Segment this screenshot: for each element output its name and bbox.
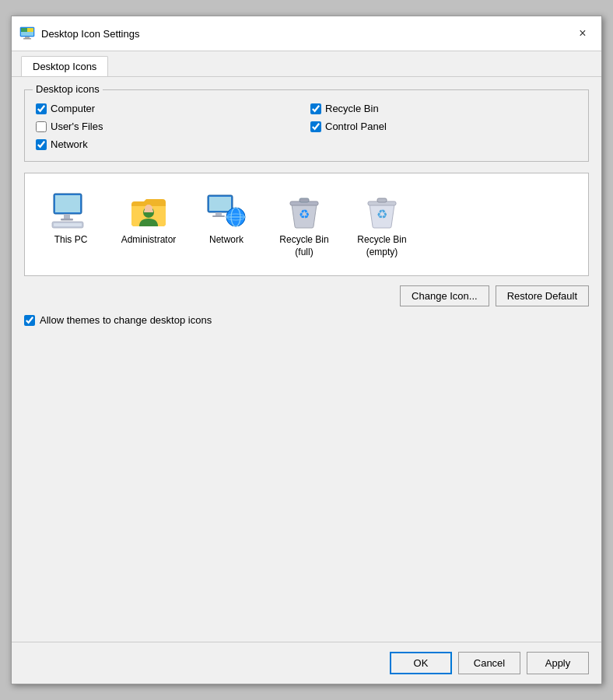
tab-desktop-icons[interactable]: Desktop Icons [21, 56, 108, 76]
thispc-svg [51, 191, 91, 231]
svg-rect-5 [27, 28, 33, 32]
svg-rect-11 [54, 223, 82, 226]
svg-rect-4 [21, 28, 27, 32]
restore-default-button[interactable]: Restore Default [496, 285, 589, 306]
footer: OK Cancel Apply [12, 642, 601, 684]
svg-rect-23 [299, 198, 309, 202]
dialog-window: Desktop Icon Settings × Desktop Icons De… [11, 16, 602, 684]
icon-administrator[interactable]: Administrator [114, 184, 184, 264]
icon-network[interactable]: Network [191, 184, 261, 264]
svg-rect-26 [377, 198, 387, 202]
content-area: Desktop icons Computer Recycle Bin User'… [12, 77, 601, 642]
svg-rect-9 [61, 219, 73, 221]
checkbox-computer[interactable]: Computer [36, 103, 303, 114]
apply-button[interactable]: Apply [527, 652, 589, 674]
theme-checkbox-row: Allow themes to change desktop icons [24, 314, 589, 326]
icon-preview-box: This PC Administrator [24, 173, 589, 276]
icon-action-buttons: Change Icon... Restore Default [24, 285, 589, 306]
checkbox-computer-input[interactable] [36, 103, 47, 114]
icon-thispc[interactable]: This PC [36, 184, 106, 264]
desktop-icons-group: Desktop icons Computer Recycle Bin User'… [24, 89, 589, 162]
icon-grid: This PC Administrator [36, 184, 577, 264]
svg-rect-17 [212, 215, 225, 217]
checkbox-network-input[interactable] [36, 139, 47, 150]
icon-recyclebin-empty[interactable]: ♻ Recycle Bin(empty) [347, 184, 417, 264]
title-bar: Desktop Icon Settings × [12, 16, 601, 51]
close-button[interactable]: × [572, 23, 594, 44]
ok-button[interactable]: OK [390, 652, 452, 674]
theme-checkbox-label[interactable]: Allow themes to change desktop icons [40, 314, 212, 326]
checkbox-network-label: Network [51, 138, 88, 150]
recyclebin-empty-svg: ♻ [362, 191, 402, 231]
checkbox-controlpanel-label: Control Panel [325, 121, 387, 132]
checkbox-userfiles-input[interactable] [36, 121, 47, 132]
recyclebin-full-svg: ♻ [284, 191, 324, 231]
theme-checkbox-input[interactable] [24, 315, 35, 326]
title-bar-title: Desktop Icon Settings [41, 28, 572, 40]
checkbox-userfiles[interactable]: User's Files [36, 121, 303, 132]
checkbox-recyclebin-label: Recycle Bin [325, 103, 379, 114]
checkbox-recyclebin[interactable]: Recycle Bin [310, 103, 577, 114]
svg-rect-3 [23, 38, 31, 40]
icon-recyclebin-empty-label: Recycle Bin(empty) [357, 234, 406, 258]
svg-rect-2 [25, 37, 30, 38]
icon-network-label: Network [209, 234, 243, 247]
checkbox-network[interactable]: Network [36, 138, 303, 150]
svg-rect-7 [55, 195, 80, 212]
change-icon-button[interactable]: Change Icon... [400, 285, 489, 306]
icon-recyclebin-full-label: Recycle Bin(full) [279, 234, 328, 258]
svg-text:♻: ♻ [377, 208, 387, 221]
svg-rect-8 [64, 214, 70, 219]
group-label: Desktop icons [33, 83, 103, 95]
svg-rect-16 [215, 212, 222, 215]
cancel-button[interactable]: Cancel [458, 652, 520, 674]
checkbox-controlpanel-input[interactable] [310, 121, 321, 132]
title-bar-icon [19, 26, 35, 41]
tab-bar: Desktop Icons [12, 51, 601, 77]
network-svg [206, 191, 247, 231]
checkboxes-grid: Computer Recycle Bin User's Files Contro… [36, 103, 577, 150]
checkbox-controlpanel[interactable]: Control Panel [310, 121, 577, 132]
checkbox-computer-label: Computer [51, 103, 95, 114]
administrator-svg [128, 191, 169, 231]
checkbox-recyclebin-input[interactable] [310, 103, 321, 114]
icon-thispc-label: This PC [54, 234, 88, 247]
icon-administrator-label: Administrator [121, 234, 177, 247]
icon-recyclebin-full[interactable]: ♻ Recycle Bin(full) [269, 184, 339, 264]
checkbox-userfiles-label: User's Files [51, 121, 103, 132]
svg-text:♻: ♻ [299, 208, 310, 221]
svg-rect-15 [209, 197, 231, 211]
